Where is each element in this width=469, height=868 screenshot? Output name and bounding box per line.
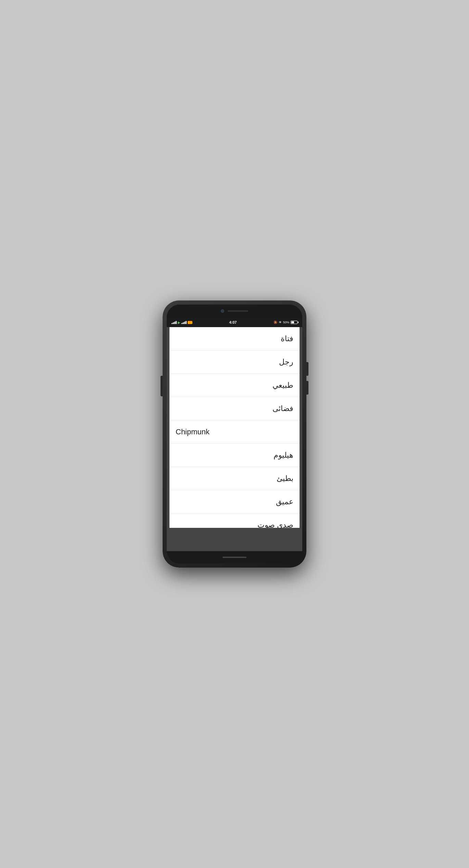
list-item-echo[interactable]: صدى صوت bbox=[169, 513, 300, 528]
list-item-natural[interactable]: طبيعي bbox=[169, 374, 300, 397]
status-bar: ▶ 4:07 🔕 👁 50% bbox=[167, 318, 302, 327]
battery-percent: 50% bbox=[283, 321, 289, 324]
list-item-label-echo: صدى صوت bbox=[257, 521, 293, 528]
list-item-label-helium: هيليوم bbox=[274, 451, 293, 460]
list-item-label-man: رجل bbox=[279, 358, 293, 367]
effects-list: فتاةرجلطبيعيفضائىChipmunkهيليومبطيئعميقص… bbox=[169, 327, 300, 528]
phone-top-bar bbox=[167, 305, 302, 318]
list-item-label-space: فضائى bbox=[272, 404, 293, 413]
battery-icon bbox=[291, 321, 297, 324]
phone-bottom-bar bbox=[167, 551, 302, 563]
list-item-label-chipmunk: Chipmunk bbox=[176, 427, 210, 436]
play-icon: ▶ bbox=[178, 321, 180, 324]
list-item-man[interactable]: رجل bbox=[169, 350, 300, 374]
signal-icon bbox=[172, 321, 177, 324]
signal-icon-2 bbox=[181, 321, 187, 324]
list-item-label-deep: عميق bbox=[276, 497, 293, 506]
list-item-helium[interactable]: هيليوم bbox=[169, 444, 300, 467]
network-indicator bbox=[188, 321, 192, 324]
list-item-girl[interactable]: فتاة bbox=[169, 327, 300, 350]
power-button[interactable] bbox=[161, 376, 163, 396]
eye-icon: 👁 bbox=[279, 321, 282, 324]
list-item-chipmunk[interactable]: Chipmunk bbox=[169, 420, 300, 444]
phone-device: ▶ 4:07 🔕 👁 50% bbox=[163, 300, 306, 568]
volume-up-button[interactable] bbox=[306, 362, 308, 376]
volume-down-button[interactable] bbox=[306, 381, 308, 395]
screen: فتاةرجلطبيعيفضائىChipmunkهيليومبطيئعميقص… bbox=[167, 327, 302, 551]
list-item-deep[interactable]: عميق bbox=[169, 490, 300, 513]
list-item-label-girl: فتاة bbox=[281, 334, 293, 343]
list-item-label-natural: طبيعي bbox=[272, 381, 293, 390]
list-item-slow[interactable]: بطيئ bbox=[169, 467, 300, 490]
camera-icon bbox=[221, 309, 224, 313]
list-item-space[interactable]: فضائى bbox=[169, 397, 300, 420]
home-bar bbox=[223, 557, 246, 558]
list-item-label-slow: بطيئ bbox=[277, 474, 293, 483]
speaker bbox=[228, 310, 248, 312]
mute-icon: 🔕 bbox=[274, 321, 277, 324]
status-time: 4:07 bbox=[229, 320, 237, 324]
